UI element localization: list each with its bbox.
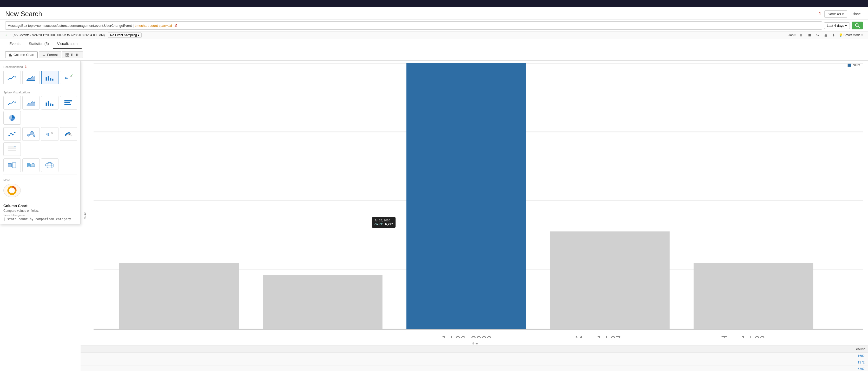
svg-rect-40 [8, 148, 16, 149]
svg-rect-24 [52, 104, 53, 106]
chart-area: Recommended 3 [0, 61, 868, 371]
status-row: ✓ 13,558 events (7/24/20 12:00:00.000 AM… [0, 31, 868, 39]
viz-option-single-value-2[interactable]: 42 % [41, 127, 59, 141]
svg-marker-20 [27, 101, 35, 106]
viz-option-bar[interactable] [60, 96, 78, 110]
column-chart-button[interactable]: Column Chart [5, 51, 38, 58]
svg-rect-15 [50, 78, 51, 81]
viz-option-single-value[interactable]: 42 % [60, 71, 78, 84]
trellis-button[interactable]: Trellis [62, 51, 83, 58]
svg-rect-27 [64, 104, 71, 105]
search-pipe: | [133, 24, 133, 28]
tab-visualization[interactable]: Visualization [53, 39, 82, 49]
viz-option-line[interactable] [3, 71, 21, 84]
world-map-icon [45, 161, 54, 170]
table-cell-1: 1682 [81, 353, 868, 359]
viz-option-pie[interactable] [3, 111, 21, 124]
viz-description-text: Compare values or fields. [3, 209, 77, 212]
viz-option-choropleth[interactable] [22, 159, 40, 172]
viz-description-title: Column Chart [3, 204, 77, 208]
bar-5[interactable] [693, 263, 813, 329]
search-icon [855, 23, 860, 28]
save-as-button[interactable]: Save As ▾ [824, 10, 847, 18]
svg-rect-25 [64, 100, 72, 102]
svg-point-32 [14, 132, 16, 133]
no-event-sampling-label: No Event Sampling [110, 33, 137, 37]
choropleth-icon [26, 161, 36, 170]
viz-option-sparkline[interactable] [3, 142, 21, 156]
tab-events[interactable]: Events [5, 39, 25, 49]
chevron-down-icon-time: ▾ [845, 24, 847, 28]
chart-canvas: count count [81, 61, 868, 371]
gauge-icon [64, 129, 73, 139]
trellis-label: Trellis [70, 53, 79, 57]
svg-rect-14 [48, 76, 49, 81]
tab-statistics[interactable]: Statistics (5) [25, 39, 53, 49]
splunk-viz-grid-3 [3, 159, 77, 172]
chevron-down-icon-smart: ▾ [861, 33, 863, 37]
svg-point-33 [27, 134, 30, 136]
stop-button[interactable]: ⏹ [807, 32, 812, 38]
search-input-wrap[interactable]: MessageBox topic=com.successfactors.user… [5, 21, 822, 30]
splunk-viz-label: Splunk Visualizations [3, 91, 77, 94]
viz-option-world-map[interactable] [41, 159, 59, 172]
bar-4[interactable] [550, 231, 670, 329]
search-fragment-code: | stats count by comparison_category [3, 217, 77, 221]
bar-2[interactable] [263, 275, 382, 330]
table-row: 6797 [81, 366, 868, 371]
smart-mode-button[interactable]: 💡 Smart Mode ▾ [839, 33, 863, 37]
viz-option-area-2[interactable] [22, 96, 40, 110]
viz-option-scatter[interactable] [3, 127, 21, 141]
search-button[interactable] [852, 22, 863, 29]
svg-rect-9 [68, 53, 69, 55]
check-icon: ✓ [5, 33, 8, 37]
viz-option-column-2[interactable] [41, 96, 59, 110]
svg-rect-2 [9, 54, 10, 56]
sparkline-icon [7, 144, 17, 154]
svg-rect-44 [12, 163, 16, 168]
column-chart-label: Column Chart [13, 53, 34, 57]
close-button[interactable]: Close [849, 11, 863, 18]
header-actions: 1 Save As ▾ Close [818, 10, 863, 18]
job-button[interactable]: Job ▾ [788, 33, 796, 37]
area-chart-2-icon [26, 98, 36, 108]
forward-button[interactable]: ↪ [815, 32, 820, 38]
bubble-chart-icon [26, 129, 36, 139]
bar-3-highlighted[interactable] [406, 63, 526, 329]
status-left: ✓ 13,558 events (7/24/20 12:00:00.000 AM… [5, 32, 142, 38]
bar-1[interactable] [119, 263, 239, 329]
viz-option-line-2[interactable] [3, 96, 21, 110]
svg-rect-43 [8, 164, 12, 167]
chevron-down-icon-sampling: ▾ [138, 33, 139, 37]
viz-option-box[interactable] [3, 159, 21, 172]
format-button[interactable]: Format [39, 51, 61, 58]
no-event-sampling-button[interactable]: No Event Sampling ▾ [108, 32, 142, 38]
search-fragment-label: Search Fragment [3, 213, 77, 217]
status-right: Job ▾ ⏸ ⏹ ↪ 🖨 ⬇ 💡 Smart Mode ▾ [788, 32, 863, 38]
svg-marker-12 [27, 76, 35, 81]
viz-option-area[interactable] [22, 71, 40, 84]
more-grid [3, 184, 77, 197]
area-chart-icon [26, 73, 36, 82]
viz-option-bubble[interactable] [22, 127, 40, 141]
viz-option-gauge[interactable] [60, 127, 78, 141]
print-button[interactable]: 🖨 [823, 32, 829, 38]
header: New Search 1 Save As ▾ Close [0, 7, 868, 20]
svg-rect-3 [10, 54, 11, 56]
svg-point-31 [12, 134, 13, 135]
tabs-row: Events Statistics (5) Visualization [0, 39, 868, 49]
search-annotation-num: 2 [175, 23, 177, 28]
pause-button[interactable]: ⏸ [798, 32, 804, 38]
viz-option-column[interactable] [41, 71, 59, 84]
svg-line-1 [858, 26, 860, 28]
more-label: More [3, 178, 77, 181]
svg-rect-13 [46, 77, 47, 81]
column-chart-icon [8, 53, 12, 57]
table-row: 1372 [81, 359, 868, 366]
time-range-button[interactable]: Last 4 days ▾ [824, 22, 850, 29]
download-button[interactable]: ⬇ [831, 32, 836, 38]
x-axis-label: _time [471, 342, 478, 345]
svg-text:Tue Jul 28: Tue Jul 28 [721, 334, 765, 338]
viz-option-donut[interactable] [3, 184, 21, 197]
svg-point-35 [33, 135, 35, 137]
